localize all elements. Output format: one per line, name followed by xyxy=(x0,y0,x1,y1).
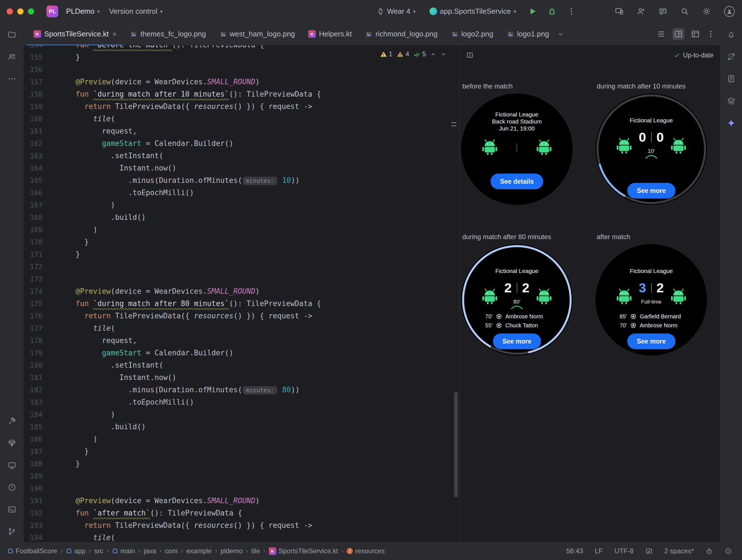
pull-requests-icon[interactable] xyxy=(8,52,16,61)
preview-layout-toggle-icon[interactable] xyxy=(466,52,474,59)
code-line[interactable]: 178 request, xyxy=(23,334,459,347)
weak-warning-count[interactable]: 4 xyxy=(396,50,409,58)
more-actions-button[interactable] xyxy=(567,7,576,16)
code-line[interactable]: 185 .build() xyxy=(23,420,459,433)
layout-inspector-icon[interactable] xyxy=(727,97,736,105)
see-more-button[interactable]: See more xyxy=(627,183,675,199)
minimize-window-button[interactable] xyxy=(17,8,23,14)
ai-chat-icon[interactable] xyxy=(658,7,667,16)
code-line[interactable]: 193 return TilePreviewData({ resources()… xyxy=(23,519,459,531)
gemini-icon[interactable] xyxy=(727,119,736,128)
tab-themes_fc_logo.png[interactable]: themes_fc_logo.png xyxy=(123,23,213,45)
tab-logo2.png[interactable]: logo2.png xyxy=(444,23,500,45)
code-line[interactable]: 183 .toEpochMilli() xyxy=(23,396,459,408)
previous-problem-icon[interactable] xyxy=(430,51,436,57)
writable-pen-icon[interactable] xyxy=(645,547,653,555)
code-line[interactable]: 175fun `during match after 80 minutes`()… xyxy=(23,297,459,310)
code-editor[interactable]: 154fun `before the match`(): TilePreview… xyxy=(23,45,459,542)
code-with-me-icon[interactable] xyxy=(637,7,645,16)
inspections-widget[interactable]: 1 4 5 xyxy=(378,49,449,59)
lock-icon[interactable] xyxy=(705,547,713,555)
project-switcher[interactable]: PLDemo ▾ xyxy=(64,7,101,16)
breadcrumb-item[interactable]: fresources xyxy=(347,547,384,555)
code-line[interactable]: 157@Preview(device = WearDevices.SMALL_R… xyxy=(23,75,459,88)
resource-manager-icon[interactable] xyxy=(8,439,16,448)
watch-tile-preview[interactable]: Fictional League 00 10' See more xyxy=(595,94,707,205)
code-line[interactable]: 158fun `during match after 10 minutes`()… xyxy=(23,88,459,100)
breadcrumb-item[interactable]: com xyxy=(165,547,177,555)
code-line[interactable]: 180 .setInstant( xyxy=(23,359,459,371)
code-line[interactable]: 165 .minus(Duration.ofMinutes(minutes: 1… xyxy=(23,174,459,187)
watch-tile-preview[interactable]: Fictional League 22 80' 70'Ambrose Norm5… xyxy=(461,244,573,356)
close-tab-icon[interactable]: × xyxy=(112,31,116,38)
preview-build-status[interactable]: Up-to-date xyxy=(674,52,713,59)
code-line[interactable]: 182 .minus(Duration.ofMinutes(minutes: 8… xyxy=(23,384,459,396)
code-line[interactable]: 168 .build() xyxy=(23,211,459,223)
code-line[interactable]: 187 } xyxy=(23,445,459,458)
code-line[interactable]: 189 xyxy=(23,470,459,482)
see-more-button[interactable]: See more xyxy=(493,334,541,349)
code-line[interactable]: 186 ) xyxy=(23,433,459,445)
code-line[interactable]: 176 return TilePreviewData({ resources()… xyxy=(23,310,459,322)
code-line[interactable]: 194 tile( xyxy=(23,531,459,542)
code-line[interactable]: 166 .toEpochMilli() xyxy=(23,187,459,199)
run-button[interactable] xyxy=(528,7,537,16)
code-line[interactable]: 161 request, xyxy=(23,125,459,137)
watch-tile-preview[interactable]: Fictional LeagueBack road StadiumJun 21,… xyxy=(461,94,573,205)
line-ending[interactable]: LF xyxy=(595,547,603,555)
code-line[interactable]: 164 Instant.now() xyxy=(23,162,459,174)
tab-logo1.png[interactable]: logo1.png xyxy=(500,23,556,45)
tab-more-vertical-icon[interactable] xyxy=(706,30,715,38)
problems-icon[interactable] xyxy=(8,483,16,492)
breadcrumb-item[interactable]: FootballScore xyxy=(7,547,57,555)
split-editor-icon[interactable] xyxy=(672,28,684,40)
code-line[interactable]: 159 return TilePreviewData({ resources()… xyxy=(23,100,459,112)
device-mirroring-icon[interactable] xyxy=(615,7,624,16)
breadcrumb-item[interactable]: tile xyxy=(252,547,260,555)
code-line[interactable]: 172 xyxy=(23,260,459,273)
breadcrumb-item[interactable]: src xyxy=(94,547,103,555)
code-line[interactable]: 181 Instant.now() xyxy=(23,371,459,384)
code-line[interactable]: 174@Preview(device = WearDevices.SMALL_R… xyxy=(23,285,459,297)
run-configuration-selector[interactable]: app.SportsTileService ▾ xyxy=(428,7,518,16)
maximize-window-button[interactable] xyxy=(28,8,34,14)
more-tool-windows-icon[interactable] xyxy=(8,74,16,83)
device-selector[interactable]: Wear 4 ▾ xyxy=(375,7,417,16)
code-line[interactable]: 169 ) xyxy=(23,223,459,236)
tab-richmond_logo.png[interactable]: richmond_logo.png xyxy=(358,23,444,45)
build-icon[interactable] xyxy=(8,417,16,425)
passed-inspections-count[interactable]: 5 xyxy=(413,50,426,58)
breadcrumb-item[interactable]: main xyxy=(112,547,135,555)
user-avatar[interactable] xyxy=(724,6,735,17)
indentation-widget[interactable]: 2 spaces* xyxy=(665,547,694,555)
assistant-icon[interactable] xyxy=(727,52,736,61)
editor-scrollbar[interactable] xyxy=(454,392,458,497)
next-problem-icon[interactable] xyxy=(440,51,446,57)
breadcrumb-item[interactable]: example xyxy=(187,547,212,555)
code-line[interactable]: 179 gameStart = Calendar.Builder() xyxy=(23,347,459,359)
see-details-button[interactable]: See details xyxy=(490,173,543,189)
see-more-button[interactable]: See more xyxy=(627,334,675,349)
tab-overflow-chevron-icon[interactable] xyxy=(558,31,564,37)
code-line[interactable]: 171} xyxy=(23,248,459,260)
code-line[interactable]: 184 ) xyxy=(23,408,459,420)
tab-list-icon[interactable] xyxy=(657,30,666,38)
code-line[interactable]: 160 tile( xyxy=(23,112,459,125)
preview-layout-icon[interactable] xyxy=(691,30,700,38)
code-line[interactable]: 162 gameStart = Calendar.Builder() xyxy=(23,137,459,150)
terminal-icon[interactable] xyxy=(8,505,16,514)
project-tool-icon[interactable] xyxy=(8,30,16,39)
notifications-icon[interactable] xyxy=(727,30,736,39)
warning-count[interactable]: 1 xyxy=(380,50,392,58)
search-icon[interactable] xyxy=(680,7,689,16)
tab-west_ham_logo.png[interactable]: west_ham_logo.png xyxy=(213,23,302,45)
code-line[interactable]: 192fun `after match`(): TilePreviewData … xyxy=(23,507,459,519)
vcs-menu[interactable]: Version control ▾ xyxy=(108,7,164,16)
tab-SportsTileService.kt[interactable]: SportsTileService.kt × xyxy=(27,23,123,45)
file-encoding[interactable]: UTF-8 xyxy=(615,547,634,555)
running-devices-icon[interactable] xyxy=(8,461,16,469)
breadcrumb-item[interactable]: SportsTileService.kt xyxy=(269,547,338,555)
breadcrumb-item[interactable]: app xyxy=(66,547,86,555)
breadcrumb-item[interactable]: java xyxy=(144,547,156,555)
version-control-icon[interactable] xyxy=(8,527,16,536)
